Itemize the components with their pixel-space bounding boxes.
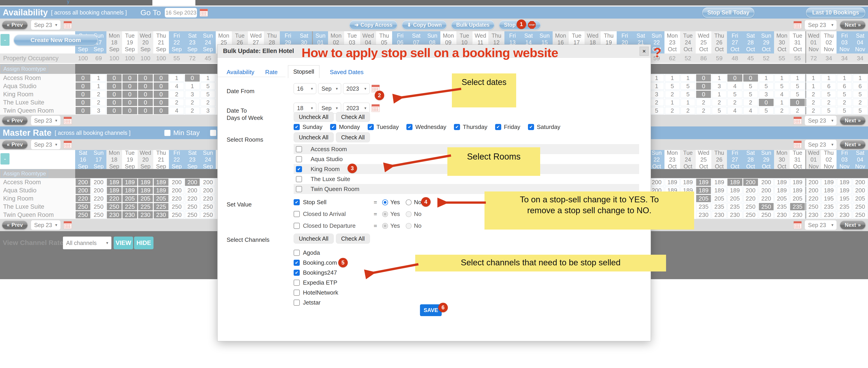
room-checkbox-king-room[interactable]: ✔: [296, 166, 302, 172]
rate-cell[interactable]: 235: [774, 203, 790, 211]
availability-cell[interactable]: 1: [805, 74, 821, 82]
availability-cell[interactable]: 0: [122, 82, 138, 90]
availability-cell[interactable]: 4: [774, 90, 790, 98]
availability-cell[interactable]: 0: [106, 90, 122, 98]
availability-cell[interactable]: 2: [837, 98, 852, 107]
channel-row[interactable]: ✔Bookings247: [293, 267, 338, 278]
rate-cell[interactable]: 189: [727, 178, 743, 186]
availability-cell[interactable]: 0: [122, 98, 138, 107]
availability-cell[interactable]: 3: [711, 82, 727, 90]
rate-cell[interactable]: 205: [727, 194, 743, 203]
availability-cell[interactable]: 2: [743, 98, 758, 107]
stop-sell-no-radio[interactable]: [406, 199, 411, 205]
rate-cell[interactable]: 200: [758, 186, 774, 194]
rate-cell[interactable]: 200: [75, 178, 91, 186]
room-checkbox-access-room[interactable]: [296, 146, 302, 152]
occupancy-cell[interactable]: 62: [664, 54, 680, 63]
month-select[interactable]: Sep 23▾: [805, 20, 837, 30]
rate-cell[interactable]: 220: [758, 194, 774, 203]
rate-cell[interactable]: 220: [805, 194, 821, 203]
room-checkbox-the-luxe-suite[interactable]: [296, 176, 302, 182]
copy-down-button[interactable]: ⬇Copy Down: [402, 20, 447, 30]
rate-cell[interactable]: 189: [774, 178, 790, 186]
rate-cell[interactable]: 230: [106, 211, 122, 219]
availability-cell[interactable]: 1: [91, 74, 106, 82]
month-select[interactable]: Sep 23▾: [31, 220, 60, 230]
stop-sell-checkbox[interactable]: ✔: [293, 199, 300, 205]
rate-cell[interactable]: 250: [852, 203, 868, 211]
availability-cell[interactable]: 5: [758, 107, 774, 115]
rate-cell[interactable]: 200: [91, 186, 106, 194]
availability-cell[interactable]: 3: [91, 107, 106, 115]
availability-cell[interactable]: 2: [805, 98, 821, 107]
copy-across-button[interactable]: ➜Copy Across: [349, 20, 397, 30]
rate-cell[interactable]: 189: [696, 186, 711, 194]
availability-cell[interactable]: 0: [743, 74, 758, 82]
rate-cell[interactable]: 200: [200, 178, 216, 186]
occupancy-cell[interactable]: 72: [805, 54, 821, 63]
room-checkbox-twin-queen-room[interactable]: [296, 186, 302, 192]
availability-cell[interactable]: 0: [758, 98, 774, 107]
channel-row[interactable]: HotelNetwork: [293, 288, 338, 298]
occupancy-cell[interactable]: 100: [153, 54, 169, 63]
rate-cell[interactable]: 205: [852, 194, 868, 203]
availability-cell[interactable]: 0: [153, 98, 169, 107]
availability-cell[interactable]: 5: [852, 107, 868, 115]
weekday-checkbox-item[interactable]: ✔Thursday: [454, 123, 487, 131]
channel-checkbox-booking-com[interactable]: ✔: [293, 260, 300, 266]
next-button[interactable]: Next»: [840, 20, 866, 30]
availability-cell[interactable]: 0: [75, 74, 91, 82]
rate-cell[interactable]: 225: [122, 203, 138, 211]
availability-cell[interactable]: 1: [711, 90, 727, 98]
availability-cell[interactable]: 5: [821, 90, 837, 98]
availability-cell[interactable]: 0: [106, 107, 122, 115]
availability-cell[interactable]: 0: [122, 107, 138, 115]
rate-cell[interactable]: 200: [91, 178, 106, 186]
availability-cell[interactable]: 2: [680, 107, 696, 115]
rate-cell[interactable]: 220: [743, 194, 758, 203]
rooms-check-all-button[interactable]: Check All: [336, 132, 370, 142]
availability-cell[interactable]: 5: [680, 90, 696, 98]
availability-cell[interactable]: 0: [75, 82, 91, 90]
rate-cell[interactable]: 200: [852, 178, 868, 186]
rate-cell[interactable]: 220: [75, 194, 91, 203]
availability-cell[interactable]: 4: [169, 107, 185, 115]
tab-availability[interactable]: Availability: [226, 69, 255, 76]
weekday-checkbox-item[interactable]: ✔Monday: [330, 123, 360, 131]
availability-cell[interactable]: 4: [743, 107, 758, 115]
occupancy-cell[interactable]: 100: [75, 54, 91, 63]
availability-cell[interactable]: 1: [758, 74, 774, 82]
channel-select[interactable]: All channels▾: [63, 236, 112, 249]
availability-cell[interactable]: 1: [680, 98, 696, 107]
availability-cell[interactable]: 5: [711, 107, 727, 115]
rate-cell[interactable]: 200: [805, 178, 821, 186]
rate-cell[interactable]: 225: [138, 203, 153, 211]
availability-cell[interactable]: 0: [138, 90, 153, 98]
rate-cell[interactable]: 250: [758, 203, 774, 211]
month-select[interactable]: Sep 23▾: [805, 220, 837, 230]
availability-cell[interactable]: 0: [106, 74, 122, 82]
days-uncheck-all-button[interactable]: Uncheck All: [293, 112, 334, 122]
channel-row[interactable]: Agoda: [293, 248, 338, 258]
occupancy-cell[interactable]: 69: [91, 54, 106, 63]
rate-cell[interactable]: 205: [774, 194, 790, 203]
occupancy-cell[interactable]: 100: [122, 54, 138, 63]
rate-cell[interactable]: 200: [649, 178, 664, 186]
rate-cell[interactable]: 189: [680, 178, 696, 186]
rate-cell[interactable]: 205: [790, 194, 805, 203]
calendar-icon[interactable]: [64, 141, 72, 148]
availability-cell[interactable]: 1: [680, 74, 696, 82]
channel-checkbox-agoda[interactable]: [293, 250, 300, 256]
availability-cell[interactable]: 5: [837, 107, 852, 115]
availability-cell[interactable]: 5: [743, 90, 758, 98]
availability-cell[interactable]: 3: [649, 90, 664, 98]
rate-cell[interactable]: 235: [837, 203, 852, 211]
channel-checkbox-expedia-etp[interactable]: [293, 280, 300, 286]
calendar-icon[interactable]: [794, 21, 802, 29]
availability-cell[interactable]: 1: [91, 82, 106, 90]
calendar-icon[interactable]: [794, 141, 802, 148]
rate-cell[interactable]: 235: [696, 203, 711, 211]
min-stay-checkbox[interactable]: [164, 130, 170, 136]
room-checkbox-aqua-studio[interactable]: [296, 156, 302, 162]
checkbox-monday[interactable]: ✔: [330, 124, 336, 130]
